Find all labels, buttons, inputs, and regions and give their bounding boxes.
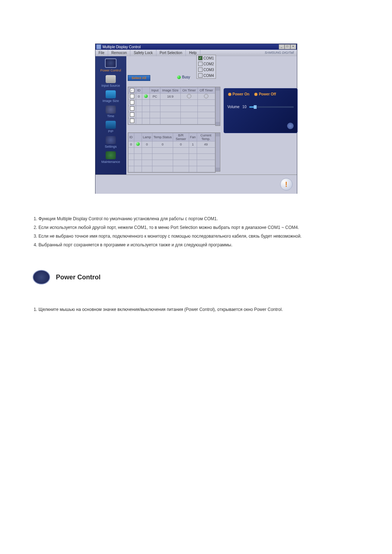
col-br-senser: B/R Senser [173, 133, 189, 141]
app-window: Multiple Display Control _ □ × File Remo… [95, 44, 297, 194]
pip-icon [106, 121, 116, 129]
status-grid: ID Lamp Temp.Status B/R Senser Fan Curre… [128, 132, 216, 173]
col-on-timer: On Timer [180, 87, 197, 94]
row-checkbox[interactable] [130, 106, 134, 111]
title-bar: Multiple Display Control _ □ × [95, 44, 297, 50]
nav-settings[interactable]: Settings [95, 135, 126, 151]
nav-pip[interactable]: PIP [95, 120, 126, 135]
check-icon: ✓ [198, 56, 203, 60]
dot-icon [254, 93, 257, 96]
col-off-timer: Off Timer [198, 87, 215, 94]
note-item: Щелкните мышью на основном значке включе… [38, 306, 359, 313]
mute-button[interactable] [287, 123, 294, 129]
power-icon [105, 58, 117, 68]
check-icon [198, 67, 203, 72]
volume-value: 10 [242, 105, 246, 109]
section-heading: Power Control [33, 270, 359, 284]
port-item-com2[interactable]: COM2 [197, 61, 216, 67]
control-panel: Power On Power Off Volume 10 [224, 88, 298, 133]
col-lamp: Lamp [142, 133, 152, 141]
section-title: Power Control [56, 274, 101, 281]
timer-led-icon [204, 94, 208, 98]
volume-label: Volume [228, 105, 240, 109]
nav-power-control[interactable]: Power Control [95, 58, 126, 74]
window-title: Multiple Display Control [103, 45, 279, 49]
row-checkbox[interactable] [130, 119, 134, 123]
minimize-button[interactable]: _ [279, 44, 285, 49]
col-power [134, 133, 142, 141]
sidebar: Power Control Input Source Image Size Ti… [95, 56, 126, 175]
power-off-button[interactable]: Power Off [254, 92, 276, 96]
settings-icon [106, 136, 116, 144]
note-item: Выбранный порт сохраняется в программе и… [38, 242, 359, 248]
image-size-icon [106, 90, 116, 98]
row-checkbox[interactable] [130, 100, 134, 104]
volume-slider[interactable] [249, 106, 294, 108]
table-row[interactable]: 0 0 0 0 1 49 [128, 141, 215, 148]
clock-icon [106, 106, 116, 114]
power-led-icon [144, 94, 148, 98]
section-notes-list: Щелкните мышью на основном значке включе… [33, 306, 359, 313]
col-image-size: Image Size [160, 87, 180, 94]
power-led-icon [136, 142, 140, 146]
note-item: Если не выбрано точное имя порта, подклю… [38, 233, 359, 239]
power-icon [33, 270, 50, 284]
col-id: ID [136, 87, 142, 94]
nav-maintenance[interactable]: Maintenance [95, 151, 126, 166]
menu-safety-lock[interactable]: Safety Lock [130, 50, 156, 56]
busy-status: Busy [177, 75, 190, 79]
power-on-button[interactable]: Power On [228, 92, 250, 96]
check-icon [198, 62, 203, 66]
nav-time[interactable]: Time [95, 105, 126, 120]
scrollbar[interactable] [215, 87, 220, 126]
dot-icon [228, 93, 231, 96]
row-checkbox[interactable] [130, 112, 134, 117]
col-fan: Fan [189, 133, 197, 141]
col-input: Input [150, 87, 160, 94]
menu-remocon[interactable]: Remocon [108, 50, 131, 56]
status-bar: ! [95, 175, 297, 194]
col-temp-status: Temp.Status [152, 133, 173, 141]
scrollbar[interactable] [215, 132, 220, 172]
col-power [142, 87, 150, 94]
nav-image-size[interactable]: Image Size [95, 90, 126, 105]
maximize-button[interactable]: □ [285, 44, 290, 49]
slider-thumb[interactable] [254, 105, 257, 109]
brand-label: SAMSUNG DIGITall [262, 50, 297, 56]
timer-led-icon [187, 94, 191, 98]
display-grid: ID Input Image Size On Timer Off Timer 0… [128, 87, 216, 125]
check-icon [198, 73, 203, 78]
note-item: Функция Multiple Display Control по умол… [38, 216, 359, 222]
menu-port-selection[interactable]: Port Selection [156, 50, 186, 56]
close-button[interactable]: × [290, 44, 296, 49]
app-icon [96, 44, 101, 49]
menu-bar: File Remocon Safety Lock Port Selection … [95, 50, 297, 56]
port-item-com3[interactable]: COM3 [197, 67, 216, 73]
input-icon [106, 75, 116, 83]
port-selection-menu: ✓COM1 COM2 COM3 COM4 [196, 55, 216, 79]
header-checkbox[interactable] [130, 88, 134, 93]
busy-led-icon [177, 75, 181, 79]
row-checkbox[interactable] [130, 94, 134, 98]
col-id: ID [128, 133, 134, 141]
port-item-com1[interactable]: ✓COM1 [197, 55, 216, 61]
table-row[interactable]: 0 PC 16:9 [128, 94, 215, 100]
note-item: Если используется любой другой порт, неж… [38, 224, 359, 231]
select-all-button[interactable]: Select All [128, 75, 150, 81]
notes-list: Функция Multiple Display Control по умол… [33, 216, 359, 248]
status-info-icon: ! [280, 178, 293, 190]
maintenance-icon [106, 151, 116, 159]
port-item-com4[interactable]: COM4 [197, 73, 216, 78]
nav-input-source[interactable]: Input Source [95, 74, 126, 90]
col-current-temp: Current Temp. [197, 133, 215, 141]
menu-file[interactable]: File [95, 50, 108, 56]
